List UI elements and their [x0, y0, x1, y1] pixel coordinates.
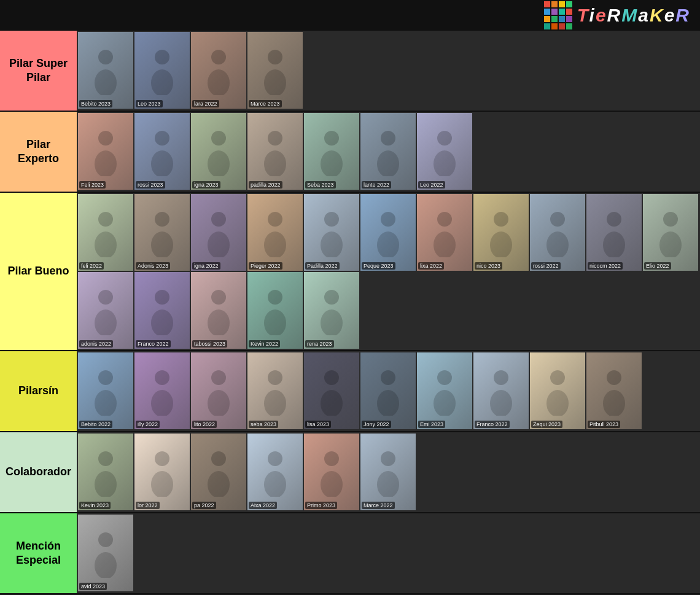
svg-point-48	[211, 290, 226, 305]
svg-point-1	[95, 69, 117, 95]
svg-point-54	[98, 370, 113, 385]
tier-item-label: Jony 2022	[362, 421, 391, 428]
tier-item-label: Emi 2023	[418, 421, 445, 428]
tier-item: Zequi 2023	[530, 352, 585, 429]
svg-point-46	[155, 290, 169, 305]
tier-item: igna 2023	[191, 113, 246, 190]
tier-item: Pieger 2022	[247, 194, 303, 271]
tier-label-pilar-experto: Pilar Experto	[0, 112, 77, 192]
svg-point-23	[95, 231, 117, 257]
svg-point-33	[377, 231, 399, 257]
svg-point-42	[663, 212, 678, 227]
tier-item-label: lito 2022	[192, 421, 217, 428]
svg-point-38	[550, 212, 565, 227]
tier-items-mencion-especial: avid 2023	[77, 513, 700, 593]
tier-item: Bebito 2023	[78, 32, 133, 109]
svg-point-2	[155, 50, 169, 64]
svg-point-74	[98, 451, 113, 466]
tier-row-pilarsin: Pilarsín Bebito 2022 illy 2022 lito 2022…	[0, 351, 700, 432]
tier-item-label: Seba 2023	[305, 181, 336, 189]
header: TieRMaKeR	[0, 0, 700, 31]
svg-point-44	[98, 290, 113, 305]
tier-item: Kevin 2023	[78, 434, 133, 510]
tier-item: igna 2022	[191, 194, 246, 271]
svg-point-61	[264, 390, 286, 416]
svg-point-13	[208, 150, 230, 176]
svg-point-10	[155, 131, 169, 146]
tier-item-label: Marce 2022	[362, 502, 395, 509]
tier-item: Adonis 2023	[134, 194, 190, 271]
tier-item-label: Peque 2023	[362, 262, 395, 270]
tier-item-label: Bebito 2022	[79, 421, 112, 428]
tier-item-label: rossi 2023	[136, 181, 165, 189]
svg-point-27	[208, 231, 230, 257]
svg-point-69	[490, 390, 512, 416]
svg-point-14	[268, 131, 282, 146]
svg-point-47	[151, 309, 173, 335]
tier-item: padilla 2022	[247, 113, 303, 190]
tier-items-pilar-experto: Feli 2023 rossi 2023 igna 2023 padilla 2…	[77, 112, 700, 192]
tier-item: pa 2022	[191, 434, 246, 510]
tier-item: rossi 2022	[530, 194, 585, 271]
tier-item-label: Leo 2023	[136, 100, 163, 107]
svg-point-19	[377, 150, 399, 176]
svg-point-6	[268, 50, 282, 64]
svg-point-39	[546, 231, 569, 257]
tier-item: nico 2023	[473, 194, 529, 271]
svg-point-3	[151, 69, 173, 95]
svg-point-34	[437, 212, 452, 227]
tier-item: rossi 2023	[134, 113, 190, 190]
svg-point-37	[490, 231, 512, 257]
svg-point-30	[324, 212, 339, 227]
tier-item: Jony 2022	[360, 352, 416, 429]
tier-item-label: lixa 2022	[418, 262, 444, 270]
logo-text: TieRMaKeR	[577, 5, 690, 26]
svg-point-25	[151, 231, 173, 257]
tier-item: seba 2023	[247, 352, 303, 429]
svg-point-53	[321, 309, 343, 335]
tier-item-label: Franco 2022	[136, 340, 171, 348]
svg-point-28	[268, 212, 282, 227]
tier-item-label: adonis 2022	[79, 340, 113, 348]
svg-point-78	[211, 451, 226, 466]
svg-point-66	[437, 370, 452, 385]
tier-item: Padilla 2022	[304, 194, 359, 271]
svg-point-29	[264, 231, 286, 257]
tier-label-colaborador: Colaborador	[0, 432, 77, 512]
tier-item-label: Feli 2023	[79, 181, 106, 189]
tier-label-mencion-especial: Mención Especial	[0, 513, 77, 593]
svg-point-31	[321, 231, 343, 257]
tier-item: nicocm 2022	[586, 194, 642, 271]
svg-point-12	[211, 131, 226, 146]
tier-row-pilar-super-pilar: Pilar Super Pilar Bebito 2023 Leo 2023 l…	[0, 31, 700, 112]
tier-item-label: lara 2022	[192, 100, 219, 107]
svg-point-24	[155, 212, 169, 227]
svg-point-65	[377, 390, 399, 416]
tier-item-label: rena 2023	[305, 340, 334, 348]
svg-point-62	[324, 370, 339, 385]
tier-item-label: Primo 2023	[305, 502, 337, 509]
tier-row-colaborador: Colaborador Kevin 2023 lor 2022 pa 2022 …	[0, 432, 700, 513]
svg-point-7	[264, 69, 286, 95]
svg-point-41	[603, 231, 625, 257]
svg-point-63	[321, 390, 343, 416]
svg-point-32	[381, 212, 395, 227]
tier-item-label: nico 2023	[475, 262, 502, 270]
tier-item-label: igna 2022	[192, 262, 220, 270]
svg-point-58	[211, 370, 226, 385]
svg-point-81	[264, 471, 286, 497]
tier-item: Feli 2023	[78, 113, 133, 190]
svg-point-55	[95, 390, 117, 416]
tier-item-label: tabossi 2023	[192, 340, 227, 348]
tier-item-label: avid 2023	[79, 583, 107, 590]
tier-item: Seba 2023	[304, 113, 359, 190]
svg-point-77	[151, 471, 173, 497]
tier-item: Primo 2023	[304, 434, 359, 510]
svg-point-84	[381, 451, 395, 466]
tier-item-label: seba 2023	[249, 421, 278, 428]
svg-point-60	[268, 370, 282, 385]
svg-point-67	[434, 390, 456, 416]
svg-point-68	[494, 370, 508, 385]
tier-item-label: Elio 2022	[644, 262, 671, 270]
tier-items-colaborador: Kevin 2023 lor 2022 pa 2022 Aixa 2022 Pr…	[77, 432, 700, 512]
